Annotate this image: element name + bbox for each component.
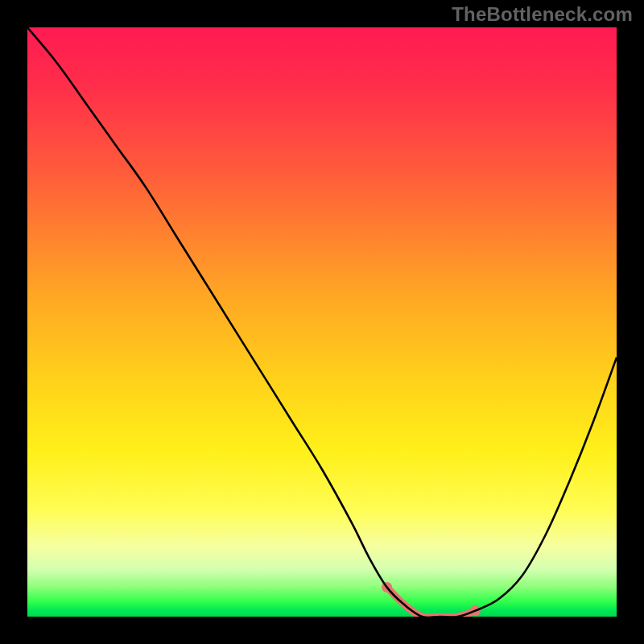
chart-frame: TheBottleneck.com <box>0 0 644 644</box>
plot-area <box>27 27 617 617</box>
green-stripe-overlay <box>27 583 617 617</box>
optimal-range-segment <box>387 587 476 617</box>
curve-layer <box>27 27 617 617</box>
bottleneck-curve-path <box>27 27 617 617</box>
optimal-range-dot-left <box>382 582 392 592</box>
optimal-range-dot-right <box>470 605 481 616</box>
watermark-text: TheBottleneck.com <box>452 3 633 26</box>
